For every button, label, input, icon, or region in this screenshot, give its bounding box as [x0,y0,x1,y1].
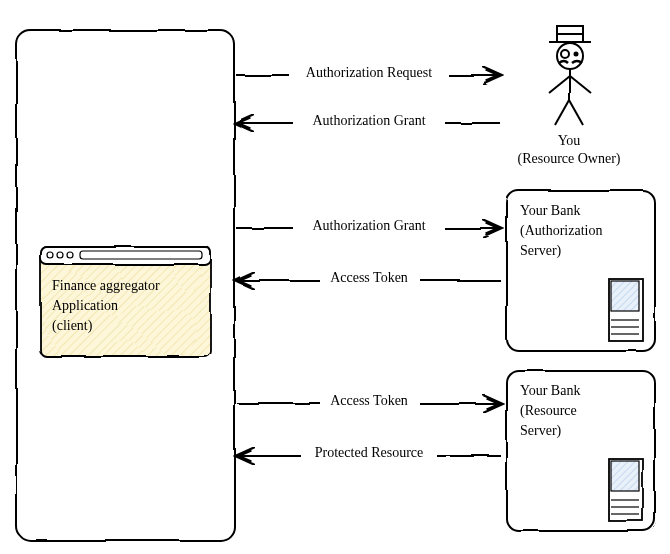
auth-server-label-3: Server) [520,243,562,259]
svg-rect-24 [611,281,639,311]
client-container: Finance aggregator Application (client) [16,30,234,540]
label-auth-request: Authorization Request [306,65,432,80]
svg-point-16 [574,52,577,55]
svg-line-19 [569,75,590,92]
resource-server: Your Bank (Resource Server) [506,370,654,530]
label-auth-grant-1: Authorization Grant [312,113,425,128]
svg-line-20 [555,100,569,125]
label-protected-resource: Protected Resource [315,445,423,460]
client-label-2: Application [52,298,118,313]
label-access-token-1: Access Token [330,270,408,285]
stick-figure-icon [548,25,590,125]
resource-server-label-3: Server) [520,423,562,439]
svg-line-21 [569,100,583,125]
authorization-server: Your Bank (Authorization Server) [506,190,654,350]
resource-owner: You (Resource Owner) [517,25,620,167]
auth-server-label-2: (Authorization [520,223,602,239]
client-label-1: Finance aggregator [52,278,160,293]
server-icon [608,278,642,340]
server-icon [608,458,642,520]
svg-rect-10 [80,251,202,259]
label-access-token-2: Access Token [330,393,408,408]
client-label-3: (client) [52,318,93,334]
oauth-flow-diagram: Finance aggregator Application (client) … [0,0,670,554]
auth-server-label-1: Your Bank [520,203,580,218]
owner-label-1: You [558,133,581,148]
svg-line-18 [548,75,569,92]
resource-server-label-1: Your Bank [520,383,580,398]
resource-server-label-2: (Resource [520,403,577,419]
owner-label-2: (Resource Owner) [517,151,620,167]
label-auth-grant-2: Authorization Grant [312,218,425,233]
svg-rect-30 [611,461,639,491]
